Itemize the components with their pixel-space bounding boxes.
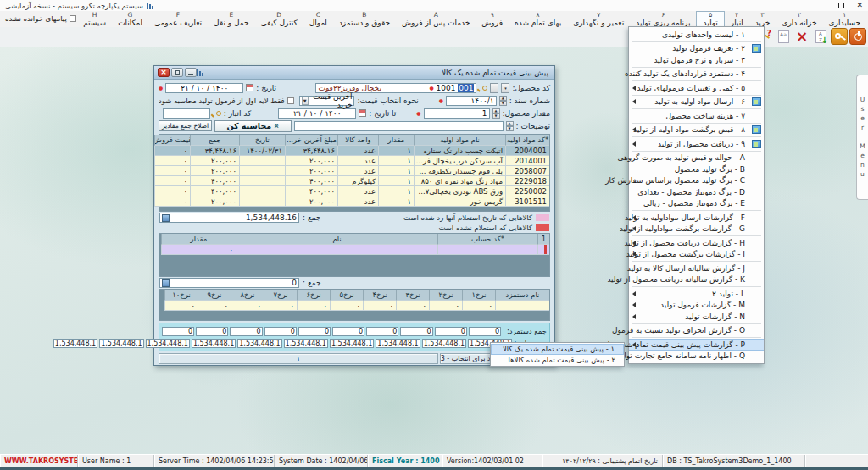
menu-item[interactable]: ۶ - ارسال مواد اولیه به تولید — [629, 97, 764, 108]
menubar-item-F[interactable]: Fتعاریف عمومی — [148, 11, 208, 27]
accounts-table[interactable]: 1*کد حسابناممقدار۰ — [159, 233, 550, 277]
column-header[interactable]: نام — [236, 234, 437, 245]
wage-sum-box[interactable]: 0 — [332, 327, 364, 336]
sum1-field[interactable]: 1,534,448.16 — [159, 213, 299, 223]
calculate-button[interactable]: » محاسبه کن — [214, 120, 292, 132]
sum2-field[interactable]: 0 — [159, 278, 299, 288]
qty-spinner[interactable]: ▲▼ — [492, 108, 500, 119]
menu-item[interactable]: F - گزارشات ارسال مواداولیه به تولید — [629, 212, 764, 224]
menu-item[interactable]: L - تولید ۲ — [629, 288, 764, 300]
menu-item[interactable]: K - گزارش سالیانه دریافت محصول از تولید — [629, 274, 764, 286]
final-sum-box[interactable]: 1,534,448.1 — [146, 339, 190, 348]
lookup-button-2[interactable] — [490, 83, 498, 93]
warehouse-field[interactable] — [163, 108, 210, 119]
final-sum-box[interactable]: 1,534,448.1 — [422, 339, 466, 348]
column-header[interactable]: تاریخ — [239, 135, 285, 146]
notes-spinner[interactable]: ▲▼ — [506, 121, 514, 131]
column-header[interactable]: نرخ۳ — [396, 290, 429, 301]
menubar-item-G[interactable]: Gامکانات — [112, 11, 148, 27]
table-row[interactable]: 2004001اتیکت چسب دار تک ستاره۱عدد۳۴,۴۴۸.… — [159, 146, 549, 156]
menu-item[interactable]: ۳ - سربار و نرخ فرمول تولید — [629, 54, 764, 66]
column-header[interactable]: قیمت فروش — [154, 135, 190, 146]
menu-item[interactable]: G - گزارشات برگشت مواداولیه از تولید — [629, 224, 764, 235]
column-header[interactable]: مقدار — [161, 234, 236, 245]
search-icon[interactable] — [479, 84, 487, 92]
column-header[interactable]: جمع — [190, 135, 239, 146]
menu-item[interactable]: Q - اظهار نامه سامانه جامع تجارت تولید — [629, 351, 764, 362]
menu-item[interactable]: B - برگ تولید محصول — [629, 163, 764, 175]
column-header[interactable]: نام دستمزد — [495, 290, 549, 301]
maximize-icon[interactable] — [838, 3, 844, 8]
menubar-item-۲[interactable]: ۲خزانه داری — [776, 11, 822, 27]
column-header[interactable]: نرخ۱ — [462, 290, 495, 301]
calendar-icon[interactable] — [246, 84, 253, 91]
wage-sum-box[interactable]: 0 — [298, 327, 331, 336]
date-field[interactable]: ۱۴۰۰ / ۱۰ / ۲۱ — [165, 83, 243, 93]
column-header[interactable]: نرخ۷ — [264, 290, 297, 301]
calc-grid-icon[interactable] — [162, 279, 170, 287]
menubar-item-۷[interactable]: ۷تعمیر و نگهداری — [567, 11, 630, 27]
power-icon[interactable] — [849, 28, 866, 45]
final-sum-box[interactable]: 1,534,448.1 — [330, 339, 374, 348]
lookup-button[interactable]: ▾ — [501, 83, 509, 93]
dialog-title-bar[interactable]: × پیش بینی قیمت تمام شده یک کالا — [154, 66, 554, 80]
table-row[interactable]: 3101511گریس خور۱عدد۲۰۰,۰۰۰۲۰۰,۰۰۰۰ — [159, 196, 549, 207]
doc-no-spinner[interactable]: ▲▼ — [499, 96, 507, 106]
login-key-icon[interactable] — [831, 28, 848, 45]
menu-item[interactable]: A - حواله و قبض تولید به صورت گروهی — [629, 152, 764, 164]
final-sum-box[interactable]: 1,534,448.1 — [284, 339, 328, 348]
wage-sum-box[interactable]: 0 — [400, 327, 432, 336]
menu-item[interactable]: M - گزارشات فرمول تولید — [629, 300, 764, 312]
font-settings-icon[interactable]: Aa — [775, 28, 792, 45]
delete-icon[interactable]: × — [793, 28, 810, 45]
materials-table[interactable]: *کد مواد اولیهنام مواد اولیهمقدارواحد کا… — [159, 134, 550, 212]
menu-item[interactable]: ۵ - کمی و تغییرات فرمولهای تولید — [629, 82, 764, 94]
table-row[interactable]: ۰۰۰۰۰۰۰۰۰۰ — [159, 301, 549, 311]
menu-item[interactable]: E - برگ دمونتاژ محصول - ریالی — [629, 198, 764, 210]
menubar-item-A[interactable]: Aخدمات پس از فروش — [396, 11, 476, 27]
sort-az-icon[interactable]: AZ↓ — [812, 28, 829, 45]
column-header[interactable]: نرخ۸ — [231, 290, 264, 301]
column-header[interactable]: 1 — [537, 234, 549, 245]
final-sum-box[interactable]: 1,534,448.1 — [237, 339, 281, 348]
column-header[interactable]: نرخ۵ — [330, 290, 363, 301]
first-layer-checkbox[interactable]: فقط لایه اول از فرمول تولید محاسبه شود — [159, 97, 294, 105]
menu-item[interactable]: ۹ - دریافت محصول از تولید — [629, 138, 764, 150]
menu-item[interactable]: J - گزارش سالیانه ارسال کالا به تولید — [629, 263, 764, 274]
table-row[interactable]: 2058007پلی فوم چسبدار یکطرفه ...۱عدد۲۰۰,… — [159, 166, 549, 176]
column-header[interactable]: واحد کالا — [337, 135, 378, 146]
unread-messages-checkbox[interactable]: پیامهای خوانده نشده — [5, 14, 76, 23]
menu-item[interactable]: ۴ - دستمزد قراردادهای یک تولید کننده — [629, 69, 764, 80]
column-header[interactable]: *کد مواد اولیه — [505, 135, 549, 146]
menubar-item-۴[interactable]: ۴انبار — [725, 11, 749, 27]
wage-sum-box[interactable]: 0 — [469, 327, 501, 336]
user-menu-tab[interactable]: User Menu — [856, 75, 868, 200]
menubar-item-۵[interactable]: ۵تولید — [696, 11, 724, 27]
column-header[interactable]: مقدار — [378, 135, 414, 146]
table-row[interactable]: 2250002ورق ABS نودری یخچالی۷...۱عدد۴۰۰,۰… — [159, 186, 549, 196]
notes-field[interactable] — [294, 121, 504, 131]
doc-no-field[interactable]: ۱۴۰۰/۱ — [446, 96, 497, 106]
menu-item[interactable]: O - گزارش انحراف تولید نسبت به فرمول — [629, 325, 764, 337]
search-icon[interactable] — [213, 109, 221, 118]
column-header[interactable]: نرخ۹ — [198, 290, 231, 301]
column-header[interactable]: نرخ۱۰ — [164, 290, 198, 301]
menu-item[interactable]: P - گزارشات پیش بینی قیمت تمام شده تولید — [629, 339, 764, 351]
minimize-icon[interactable] — [820, 8, 826, 9]
menubar-item-D[interactable]: Dکنترل کیفی — [255, 11, 303, 27]
menubar-item-H[interactable]: Hسیستم — [77, 11, 112, 27]
menubar-item-E[interactable]: Eحمل و نقل — [208, 11, 255, 27]
price-method-dropdown[interactable]: آخرین قیمت خرید ▼ — [299, 96, 355, 106]
menubar-item-B[interactable]: Bحقوق و دستمزد — [333, 11, 396, 27]
qty-field[interactable]: 1 — [424, 108, 490, 119]
menu-item[interactable]: D - برگ دمونتاژ محصول - تعدادی — [629, 186, 764, 198]
menu-item[interactable]: N - گزارشات تولید — [629, 311, 764, 323]
final-sum-box[interactable]: 1,534,448.1 — [192, 339, 236, 348]
submenu-item[interactable]: ۱ - پیش بینی قیمت تمام شده یک کالا — [491, 344, 624, 355]
menubar-item-۶[interactable]: ۶برنامه ریزی تولید — [630, 11, 696, 27]
fix-sum-button[interactable]: اصلاح جمع مقادیر — [159, 120, 212, 131]
menubar-item-۱[interactable]: ۱حسابداری — [823, 11, 866, 27]
menubar-item-۳[interactable]: ۳خرید — [749, 11, 776, 27]
menu-item[interactable]: ۸ - قبض برگشت مواد اولیه از تولید — [629, 124, 764, 136]
dialog-close-icon[interactable]: × — [158, 68, 170, 77]
